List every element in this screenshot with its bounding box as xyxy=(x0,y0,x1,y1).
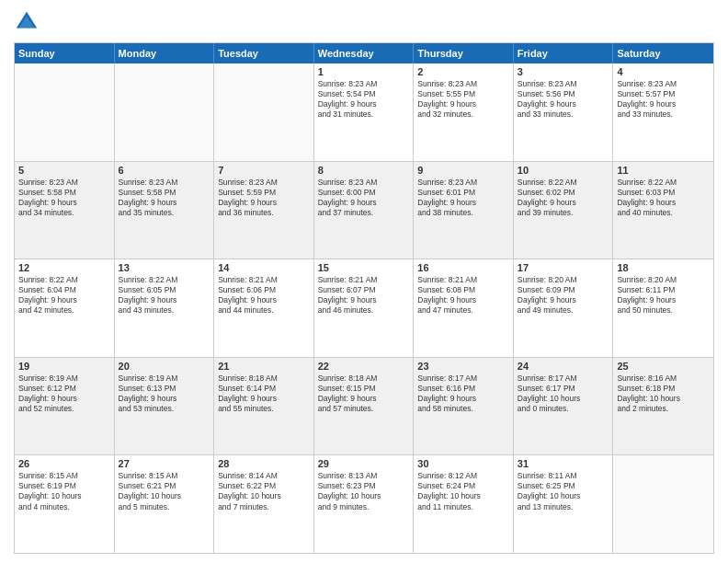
day-number: 29 xyxy=(318,458,410,469)
cal-cell-day-16: 16Sunrise: 8:21 AM Sunset: 6:08 PM Dayli… xyxy=(414,259,514,357)
cell-info-text: Sunrise: 8:21 AM Sunset: 6:08 PM Dayligh… xyxy=(417,275,509,316)
cell-info-text: Sunrise: 8:22 AM Sunset: 6:02 PM Dayligh… xyxy=(518,178,609,218)
header-cell-monday: Monday xyxy=(115,43,215,63)
cal-cell-day-11: 11Sunrise: 8:22 AM Sunset: 6:03 PM Dayli… xyxy=(613,162,713,259)
header-cell-thursday: Thursday xyxy=(414,43,514,63)
cal-cell-day-29: 29Sunrise: 8:13 AM Sunset: 6:23 PM Dayli… xyxy=(314,455,415,553)
day-number: 26 xyxy=(18,458,110,469)
day-number: 20 xyxy=(119,361,210,372)
cell-info-text: Sunrise: 8:15 AM Sunset: 6:19 PM Dayligh… xyxy=(18,471,110,511)
cell-info-text: Sunrise: 8:23 AM Sunset: 5:55 PM Dayligh… xyxy=(417,79,509,120)
cal-cell-day-6: 6Sunrise: 8:23 AM Sunset: 5:58 PM Daylig… xyxy=(115,162,215,259)
day-number: 28 xyxy=(218,458,310,469)
cell-info-text: Sunrise: 8:23 AM Sunset: 5:56 PM Dayligh… xyxy=(518,79,609,120)
cal-cell-empty xyxy=(214,63,314,161)
day-number: 11 xyxy=(617,165,710,176)
day-number: 16 xyxy=(417,262,509,273)
day-number: 23 xyxy=(417,361,509,372)
header-cell-saturday: Saturday xyxy=(613,43,713,63)
header-cell-wednesday: Wednesday xyxy=(314,43,415,63)
calendar: SundayMondayTuesdayWednesdayThursdayFrid… xyxy=(14,42,714,554)
day-number: 21 xyxy=(218,361,310,372)
cal-row-4: 26Sunrise: 8:15 AM Sunset: 6:19 PM Dayli… xyxy=(15,454,713,553)
cal-row-2: 12Sunrise: 8:22 AM Sunset: 6:04 PM Dayli… xyxy=(15,259,713,357)
day-number: 22 xyxy=(318,361,410,372)
day-number: 27 xyxy=(119,458,210,469)
cell-info-text: Sunrise: 8:21 AM Sunset: 6:06 PM Dayligh… xyxy=(218,275,310,316)
cell-info-text: Sunrise: 8:19 AM Sunset: 6:13 PM Dayligh… xyxy=(119,373,210,414)
cell-info-text: Sunrise: 8:22 AM Sunset: 6:04 PM Dayligh… xyxy=(18,275,110,316)
cell-info-text: Sunrise: 8:16 AM Sunset: 6:18 PM Dayligh… xyxy=(617,373,710,414)
cal-cell-day-14: 14Sunrise: 8:21 AM Sunset: 6:06 PM Dayli… xyxy=(214,259,314,357)
cal-cell-day-10: 10Sunrise: 8:22 AM Sunset: 6:02 PM Dayli… xyxy=(514,162,614,259)
day-number: 25 xyxy=(617,361,710,372)
logo xyxy=(14,9,43,35)
day-number: 2 xyxy=(417,66,509,77)
cal-cell-day-15: 15Sunrise: 8:21 AM Sunset: 6:07 PM Dayli… xyxy=(314,259,415,357)
cal-cell-day-2: 2Sunrise: 8:23 AM Sunset: 5:55 PM Daylig… xyxy=(414,63,514,161)
day-number: 14 xyxy=(218,262,310,273)
header xyxy=(14,9,714,35)
cell-info-text: Sunrise: 8:20 AM Sunset: 6:09 PM Dayligh… xyxy=(518,275,609,316)
cal-cell-day-17: 17Sunrise: 8:20 AM Sunset: 6:09 PM Dayli… xyxy=(514,259,614,357)
cal-cell-day-7: 7Sunrise: 8:23 AM Sunset: 5:59 PM Daylig… xyxy=(214,162,314,259)
cell-info-text: Sunrise: 8:22 AM Sunset: 6:05 PM Dayligh… xyxy=(119,275,210,316)
day-number: 9 xyxy=(417,165,509,176)
day-number: 10 xyxy=(518,165,609,176)
cell-info-text: Sunrise: 8:13 AM Sunset: 6:23 PM Dayligh… xyxy=(318,471,410,511)
cell-info-text: Sunrise: 8:12 AM Sunset: 6:24 PM Dayligh… xyxy=(417,471,509,511)
cal-cell-day-28: 28Sunrise: 8:14 AM Sunset: 6:22 PM Dayli… xyxy=(214,455,314,553)
cell-info-text: Sunrise: 8:23 AM Sunset: 5:59 PM Dayligh… xyxy=(218,178,310,218)
cell-info-text: Sunrise: 8:14 AM Sunset: 6:22 PM Dayligh… xyxy=(218,471,310,511)
cal-cell-day-3: 3Sunrise: 8:23 AM Sunset: 5:56 PM Daylig… xyxy=(514,63,614,161)
cal-cell-day-12: 12Sunrise: 8:22 AM Sunset: 6:04 PM Dayli… xyxy=(15,259,115,357)
cell-info-text: Sunrise: 8:23 AM Sunset: 6:01 PM Dayligh… xyxy=(417,178,509,218)
cal-cell-day-31: 31Sunrise: 8:11 AM Sunset: 6:25 PM Dayli… xyxy=(514,455,614,553)
cal-cell-day-22: 22Sunrise: 8:18 AM Sunset: 6:15 PM Dayli… xyxy=(314,358,415,455)
cell-info-text: Sunrise: 8:19 AM Sunset: 6:12 PM Dayligh… xyxy=(18,373,110,414)
day-number: 19 xyxy=(18,361,110,372)
cal-cell-day-18: 18Sunrise: 8:20 AM Sunset: 6:11 PM Dayli… xyxy=(613,259,713,357)
cal-cell-empty xyxy=(613,455,713,553)
day-number: 31 xyxy=(518,458,609,469)
cell-info-text: Sunrise: 8:18 AM Sunset: 6:14 PM Dayligh… xyxy=(218,373,310,414)
cell-info-text: Sunrise: 8:11 AM Sunset: 6:25 PM Dayligh… xyxy=(518,471,609,511)
cell-info-text: Sunrise: 8:17 AM Sunset: 6:17 PM Dayligh… xyxy=(518,373,609,414)
cal-cell-day-1: 1Sunrise: 8:23 AM Sunset: 5:54 PM Daylig… xyxy=(314,63,415,161)
cal-cell-day-23: 23Sunrise: 8:17 AM Sunset: 6:16 PM Dayli… xyxy=(414,358,514,455)
cell-info-text: Sunrise: 8:21 AM Sunset: 6:07 PM Dayligh… xyxy=(318,275,410,316)
day-number: 30 xyxy=(417,458,509,469)
cal-cell-day-24: 24Sunrise: 8:17 AM Sunset: 6:17 PM Dayli… xyxy=(514,358,614,455)
day-number: 12 xyxy=(18,262,110,273)
cal-cell-day-5: 5Sunrise: 8:23 AM Sunset: 5:58 PM Daylig… xyxy=(15,162,115,259)
header-cell-sunday: Sunday xyxy=(15,43,115,63)
day-number: 8 xyxy=(318,165,410,176)
cal-cell-day-21: 21Sunrise: 8:18 AM Sunset: 6:14 PM Dayli… xyxy=(214,358,314,455)
day-number: 6 xyxy=(119,165,210,176)
logo-icon xyxy=(14,9,40,35)
day-number: 1 xyxy=(318,66,410,77)
cal-cell-day-30: 30Sunrise: 8:12 AM Sunset: 6:24 PM Dayli… xyxy=(414,455,514,553)
cal-cell-day-9: 9Sunrise: 8:23 AM Sunset: 6:01 PM Daylig… xyxy=(414,162,514,259)
calendar-header-row: SundayMondayTuesdayWednesdayThursdayFrid… xyxy=(15,43,713,63)
day-number: 5 xyxy=(18,165,110,176)
cell-info-text: Sunrise: 8:23 AM Sunset: 5:57 PM Dayligh… xyxy=(617,79,710,120)
cell-info-text: Sunrise: 8:23 AM Sunset: 5:58 PM Dayligh… xyxy=(119,178,210,218)
day-number: 17 xyxy=(518,262,609,273)
day-number: 15 xyxy=(318,262,410,273)
cell-info-text: Sunrise: 8:18 AM Sunset: 6:15 PM Dayligh… xyxy=(318,373,410,414)
cell-info-text: Sunrise: 8:17 AM Sunset: 6:16 PM Dayligh… xyxy=(417,373,509,414)
day-number: 7 xyxy=(218,165,310,176)
cal-cell-day-19: 19Sunrise: 8:19 AM Sunset: 6:12 PM Dayli… xyxy=(15,358,115,455)
calendar-body: 1Sunrise: 8:23 AM Sunset: 5:54 PM Daylig… xyxy=(15,63,713,553)
cal-cell-day-25: 25Sunrise: 8:16 AM Sunset: 6:18 PM Dayli… xyxy=(613,358,713,455)
day-number: 13 xyxy=(119,262,210,273)
cal-cell-day-4: 4Sunrise: 8:23 AM Sunset: 5:57 PM Daylig… xyxy=(613,63,713,161)
cal-cell-day-13: 13Sunrise: 8:22 AM Sunset: 6:05 PM Dayli… xyxy=(115,259,215,357)
cell-info-text: Sunrise: 8:23 AM Sunset: 5:54 PM Dayligh… xyxy=(318,79,410,120)
page: SundayMondayTuesdayWednesdayThursdayFrid… xyxy=(0,0,728,563)
cal-cell-day-20: 20Sunrise: 8:19 AM Sunset: 6:13 PM Dayli… xyxy=(115,358,215,455)
cell-info-text: Sunrise: 8:22 AM Sunset: 6:03 PM Dayligh… xyxy=(617,178,710,218)
cal-cell-day-8: 8Sunrise: 8:23 AM Sunset: 6:00 PM Daylig… xyxy=(314,162,415,259)
cal-cell-empty xyxy=(15,63,115,161)
